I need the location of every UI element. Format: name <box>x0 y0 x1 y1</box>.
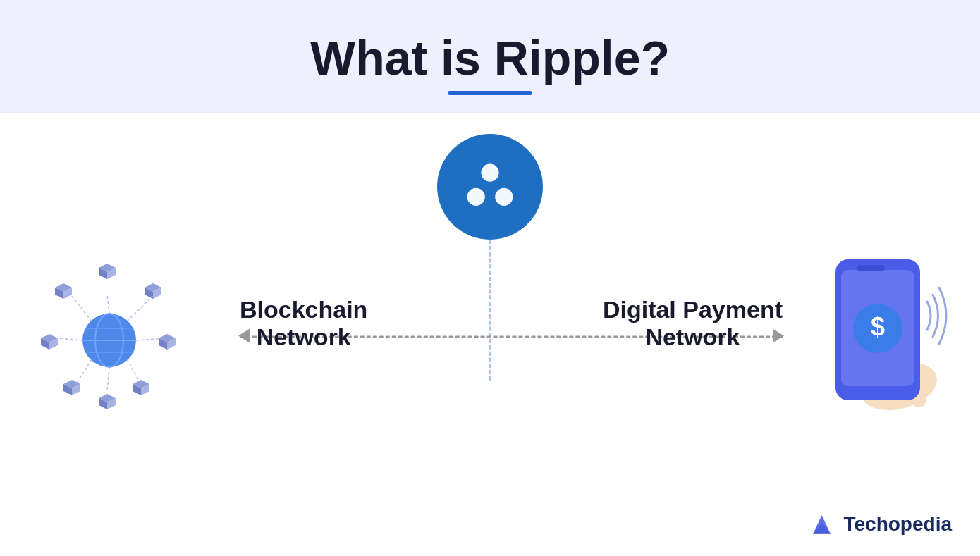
svg-point-0 <box>481 164 498 182</box>
page-title: What is Ripple? <box>310 32 670 85</box>
xrp-icon <box>458 155 522 218</box>
digital-payment-label-group: Digital Payment Network <box>603 296 783 351</box>
header-banner: What is Ripple? <box>0 0 980 113</box>
techopedia-name: Techopedia <box>843 513 952 536</box>
svg-line-38 <box>107 367 109 391</box>
vertical-connector-line <box>489 240 491 381</box>
svg-line-34 <box>127 296 153 321</box>
svg-line-39 <box>127 359 141 384</box>
svg-point-1 <box>467 188 485 206</box>
blockchain-label-group: Blockchain Network <box>240 296 367 351</box>
techopedia-branding: Techopedia <box>808 510 952 538</box>
svg-rect-46 <box>857 265 885 271</box>
blockchain-svg-icon <box>21 245 197 421</box>
blockchain-label-line1: Blockchain <box>240 296 367 323</box>
svg-line-33 <box>72 296 92 321</box>
digital-payment-label-line1: Digital Payment <box>603 296 783 323</box>
digital-payment-label-line2: Network <box>603 323 783 351</box>
ripple-logo <box>437 134 543 240</box>
title-underline <box>448 91 532 95</box>
svg-line-37 <box>76 359 92 384</box>
content-area: Blockchain Network Digital Payment Netwo… <box>0 113 980 556</box>
svg-line-35 <box>58 338 82 340</box>
blockchain-illustration <box>21 245 197 424</box>
svg-point-2 <box>495 188 513 206</box>
payment-svg-icon: $ <box>818 245 959 421</box>
svg-text:$: $ <box>871 312 885 341</box>
techopedia-icon <box>808 510 836 538</box>
blockchain-label-line2: Network <box>240 323 367 351</box>
digital-payment-illustration: $ <box>818 245 959 424</box>
svg-line-32 <box>107 295 109 314</box>
